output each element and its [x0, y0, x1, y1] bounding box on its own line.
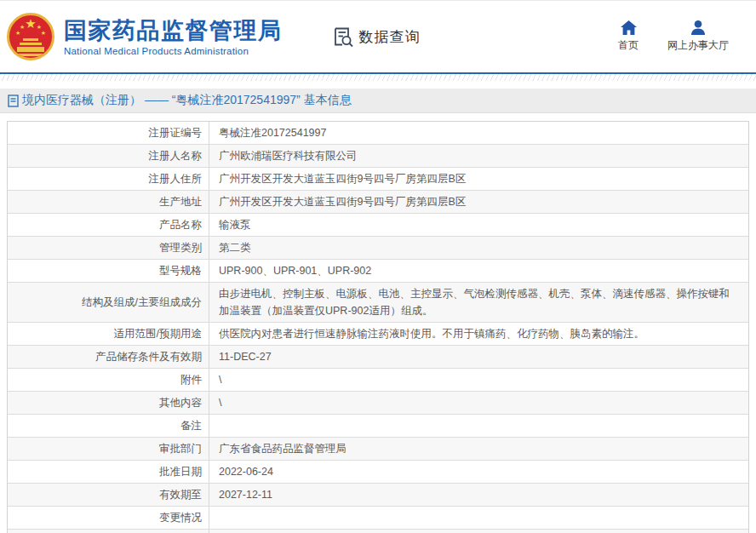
row-value: 广东省食品药品监督管理局 — [209, 438, 748, 460]
row-label: 附件 — [8, 369, 209, 391]
table-row: 注册人名称广州欧浦瑞医疗科技有限公司 — [8, 145, 748, 168]
table-row: 批准日期2022-06-24 — [8, 461, 748, 484]
row-label: 注册人名称 — [8, 145, 209, 167]
table-row: 注册人住所广州开发区开发大道蓝玉四街9号四号厂房第四层B区 — [8, 168, 748, 191]
row-value: 11-DEC-27 — [209, 346, 748, 368]
table-row: 产品储存条件及有效期11-DEC-27 — [8, 346, 748, 369]
table-row: 管理类别第二类 — [8, 237, 748, 260]
nav-service-hall-label[interactable]: 网上办事大厅 — [667, 38, 729, 53]
table-row: 审批部门广东省食品药品监督管理局 — [8, 438, 748, 461]
home-icon — [621, 20, 637, 35]
registration-info-table: 注册证编号粤械注准20172541997注册人名称广州欧浦瑞医疗科技有限公司注册… — [7, 121, 749, 533]
site-header: ★ ★ ★ ★ ★ 国家药品监督管理局 National Medical Pro… — [0, 1, 756, 72]
row-label: 有效期至 — [8, 484, 209, 506]
page-title: 境内医疗器械（注册） —— “粤械注准20172541997” 基本信息 — [22, 93, 352, 108]
row-value: 输液泵 — [209, 214, 748, 236]
breadcrumb: 境内医疗器械（注册） —— “粤械注准20172541997” 基本信息 — [0, 89, 756, 113]
row-label: 审批部门 — [8, 438, 209, 460]
row-value: 广州开发区开发大道蓝玉四街9号四号厂房第四层B区 — [209, 168, 748, 190]
table-row: 注册证编号粤械注准20172541997 — [8, 122, 748, 145]
table-row: 型号规格UPR-900、UPR-901、UPR-902 — [8, 260, 748, 283]
row-value: 广州欧浦瑞医疗科技有限公司 — [209, 145, 748, 167]
row-value: 2027-12-11 — [209, 484, 748, 506]
row-label: 备注 — [8, 415, 209, 437]
row-value — [209, 423, 748, 428]
row-label: 注册人住所 — [8, 168, 209, 190]
data-query-label[interactable]: 数据查询 — [359, 27, 421, 47]
table-row: 变更情况 — [8, 507, 748, 530]
brand-block: 国家药品监督管理局 National Medical Products Admi… — [64, 18, 283, 56]
hatch-stripe — [0, 74, 756, 81]
row-label: 注册证编号 — [8, 122, 209, 144]
row-label: 变更情况 — [8, 507, 209, 529]
nav-item-service-hall[interactable]: 网上办事大厅 — [667, 20, 729, 53]
row-label: 产品名称 — [8, 214, 209, 236]
row-value: 广州开发区开发大道蓝玉四街9号四号厂房第四层B区 — [209, 191, 748, 213]
header-nav: 首页 网上办事大厅 — [618, 20, 729, 53]
table-row: 有效期至2027-12-11 — [8, 484, 748, 507]
row-value: 2022-06-24 — [209, 461, 748, 483]
row-value: 由步进电机、控制主板、电源板、电池、主控显示、气泡检测传感器、机壳、泵体、滴速传… — [209, 283, 748, 322]
document-icon — [8, 95, 19, 107]
row-label: 型号规格 — [8, 260, 209, 282]
row-value: 供医院内对患者进行恒速静脉输注药液时使用。不用于镇痛药、化疗药物、胰岛素的输注。 — [209, 323, 748, 345]
table-row: 注详情 — [8, 530, 748, 533]
table-row: 适用范围/预期用途供医院内对患者进行恒速静脉输注药液时使用。不用于镇痛药、化疗药… — [8, 323, 748, 346]
row-label: 批准日期 — [8, 461, 209, 483]
row-value — [209, 515, 748, 520]
row-value: 第二类 — [209, 237, 748, 259]
row-label: 结构及组成/主要组成成分 — [8, 283, 209, 322]
row-label: 产品储存条件及有效期 — [8, 346, 209, 368]
row-value: UPR-900、UPR-901、UPR-902 — [209, 260, 748, 282]
nav-home-label[interactable]: 首页 — [618, 38, 639, 53]
row-value: 粤械注准20172541997 — [209, 122, 748, 144]
national-emblem-logo: ★ ★ ★ ★ ★ — [7, 13, 54, 60]
row-label: 注 — [8, 530, 209, 533]
nav-item-home[interactable]: 首页 — [618, 20, 639, 53]
table-row: 其他内容\ — [8, 392, 748, 415]
table-row: 结构及组成/主要组成成分由步进电机、控制主板、电源板、电池、主控显示、气泡检测传… — [8, 283, 748, 323]
data-query-section[interactable]: 数据查询 — [332, 26, 421, 49]
table-row: 附件\ — [8, 369, 748, 392]
table-row: 备注 — [8, 415, 748, 438]
row-label: 其他内容 — [8, 392, 209, 414]
user-icon — [690, 20, 706, 35]
data-query-icon — [332, 26, 355, 49]
row-value: \ — [209, 392, 748, 414]
row-label: 生产地址 — [8, 191, 209, 213]
row-value: \ — [209, 369, 748, 391]
site-subtitle: National Medical Products Administration — [64, 46, 283, 56]
table-row: 产品名称输液泵 — [8, 214, 748, 237]
site-title: 国家药品监督管理局 — [64, 18, 283, 43]
row-label: 适用范围/预期用途 — [8, 323, 209, 345]
table-row: 生产地址广州开发区开发大道蓝玉四街9号四号厂房第四层B区 — [8, 191, 748, 214]
row-value: 详情 — [209, 530, 748, 533]
row-label: 管理类别 — [8, 237, 209, 259]
